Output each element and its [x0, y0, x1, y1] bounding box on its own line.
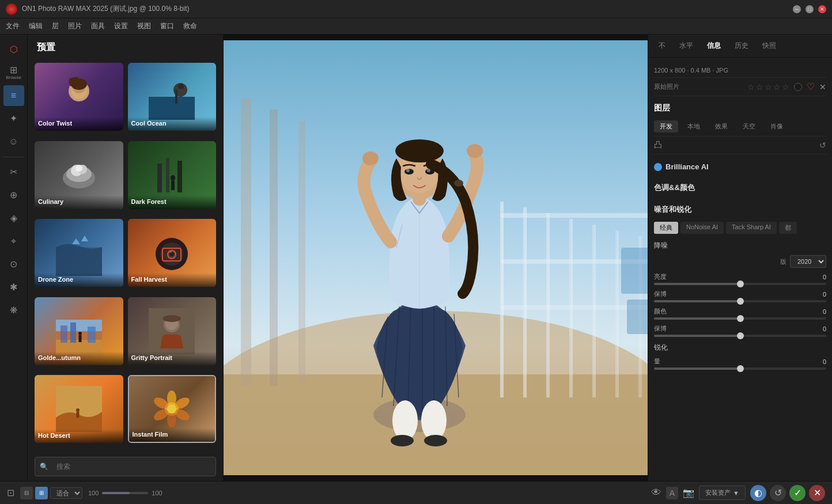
subtab-sky[interactable]: 天空 — [737, 120, 761, 132]
reset-icon[interactable]: ↺ — [819, 141, 826, 150]
brilliance-toggle[interactable] — [654, 163, 662, 171]
tab-kuazhao[interactable]: 快照 — [757, 39, 782, 53]
zoom-track[interactable] — [102, 492, 148, 494]
install-assets-button[interactable]: 安装资产 ▼ — [699, 486, 746, 500]
develop-icon: ≡ — [11, 91, 16, 100]
svg-rect-59 — [615, 230, 619, 397]
preset-drone-zone-svg — [56, 230, 102, 276]
noise-tab-tacksharp[interactable]: Tack Sharp AI — [726, 222, 777, 234]
layers-header: 图层 — [654, 96, 826, 117]
preset-golden-autumn-overlay: Golde...utumn — [35, 351, 123, 365]
zoom-slider: 100 100 — [88, 490, 169, 497]
color-label[interactable] — [794, 83, 802, 91]
fit-select[interactable]: 适合 填充 1:1 — [50, 487, 82, 499]
toggle-button[interactable]: ◐ — [750, 485, 766, 501]
eye-icon[interactable]: 👁 — [651, 487, 661, 499]
noise-tab-classic[interactable]: 经典 — [654, 222, 678, 234]
preset-color-twist-overlay: Color Twist — [35, 117, 123, 131]
menu-file[interactable]: 文件 — [6, 21, 20, 31]
logo-icon: ⬡ — [10, 45, 18, 54]
cancel-button[interactable]: ✕ — [809, 485, 825, 501]
denoise-label: 降噪 — [654, 237, 826, 253]
fullscreen-icon[interactable]: ⊡ — [7, 487, 14, 498]
iconbar-add[interactable]: ⊕ — [3, 185, 24, 206]
svg-rect-35 — [78, 335, 81, 342]
menu-settings[interactable]: 设置 — [114, 21, 128, 31]
iconbar-retouch[interactable]: ◈ — [3, 208, 24, 229]
confirm-button[interactable]: ✓ — [789, 485, 805, 501]
heart-button[interactable]: ♡ — [807, 81, 815, 92]
preset-cool-ocean[interactable]: Cool Ocean — [128, 63, 217, 131]
iconbar-effects[interactable]: ✦ — [3, 108, 24, 129]
menu-window[interactable]: 窗口 — [160, 21, 174, 31]
slider-preserve1-track[interactable] — [654, 300, 826, 302]
slider-color-track[interactable] — [654, 317, 826, 320]
iconbar-develop[interactable]: ≡ — [3, 85, 24, 106]
brilliance-title: Brilliance AI — [654, 162, 709, 171]
subtab-develop[interactable]: 开发 — [654, 120, 678, 132]
right-content: 1200 x 800 · 0.4 MB · JPG 原始照片 ☆ ☆ ☆ ☆ ☆… — [648, 58, 832, 481]
star-5[interactable]: ☆ — [782, 82, 789, 92]
iconbar-portrait[interactable]: ☺ — [3, 131, 24, 152]
preset-golden-autumn[interactable]: Golde...utumn — [35, 297, 123, 365]
preset-culinary[interactable]: Culinary — [35, 141, 123, 209]
subtab-portrait[interactable]: 肖像 — [765, 120, 789, 132]
preset-hot-desert[interactable]: Hot Desert — [35, 375, 123, 443]
iconbar-zoom[interactable]: ⊙ — [3, 254, 24, 275]
minimize-button[interactable]: ─ — [793, 5, 801, 13]
svg-rect-67 — [270, 109, 278, 386]
right-tabs: 不 水平 信息 历史 快照 — [648, 35, 832, 58]
noise-tab-nonoise[interactable]: NoNoise AI — [680, 222, 724, 234]
iconbar-stamp[interactable]: ✱ — [3, 277, 24, 298]
star-1[interactable]: ☆ — [747, 82, 755, 92]
slider-amount-track[interactable] — [654, 367, 826, 370]
grid-btn-grid[interactable]: ⊞ — [35, 487, 48, 499]
slider-color-value: 0 — [823, 308, 826, 315]
iconbar-extra[interactable]: ❋ — [3, 300, 24, 321]
tab-shuiping[interactable]: 水平 — [674, 39, 699, 53]
preset-drone-zone[interactable]: Drone Zone — [35, 219, 123, 287]
star-4[interactable]: ☆ — [773, 82, 781, 92]
svg-point-78 — [421, 400, 447, 441]
star-3[interactable]: ☆ — [765, 82, 772, 92]
camera-icon[interactable]: 📷 — [683, 487, 694, 498]
maximize-button[interactable]: □ — [805, 5, 814, 13]
version-select[interactable]: 2020 2019 — [790, 255, 826, 268]
close-button[interactable]: ✕ — [818, 5, 826, 13]
undo-button[interactable]: ↺ — [770, 485, 786, 501]
menu-mask[interactable]: 面具 — [91, 21, 105, 31]
iconbar-heal[interactable]: ⌖ — [3, 231, 24, 252]
subtab-local[interactable]: 本地 — [682, 120, 706, 132]
menu-help[interactable]: 救命 — [183, 21, 197, 31]
subtab-effects[interactable]: 效果 — [709, 120, 733, 132]
menu-photo[interactable]: 照片 — [68, 21, 82, 31]
preset-color-twist-label: Color Twist — [38, 120, 72, 127]
preset-color-twist[interactable]: Color Twist — [35, 63, 123, 131]
iconbar-crop[interactable]: ✂ — [3, 162, 24, 183]
preset-instant-film-overlay: Instant Film — [129, 428, 215, 442]
preset-dark-forest[interactable]: Dark Forest — [128, 141, 217, 209]
slider-preserve2-track[interactable] — [654, 335, 826, 337]
tab-xinxi[interactable]: 信息 — [701, 39, 727, 53]
slider-brightness-track[interactable] — [654, 283, 826, 285]
browse-icon: ⊞ — [10, 66, 17, 75]
menu-edit[interactable]: 编辑 — [29, 21, 43, 31]
delete-button[interactable]: ✕ — [819, 82, 826, 92]
preset-gritty-portrait[interactable]: Gritty Portrait — [128, 297, 217, 365]
preset-fall-harvest[interactable]: Fall Harvest — [128, 219, 217, 287]
iconbar-browse[interactable]: ⊞ Browse — [3, 62, 24, 83]
search-input[interactable] — [51, 460, 211, 473]
grid-btn-list[interactable]: ⊟ — [20, 487, 33, 499]
noise-tab-all[interactable]: 都 — [779, 222, 797, 234]
develop-subtabs: 开发 本地 效果 天空 肖像 — [654, 117, 826, 137]
star-2[interactable]: ☆ — [756, 82, 763, 92]
svg-rect-32 — [70, 323, 76, 343]
svg-marker-20 — [81, 236, 88, 241]
a-icon[interactable]: A — [666, 487, 678, 499]
iconbar-logo[interactable]: ⬡ — [3, 39, 24, 60]
menu-layer[interactable]: 层 — [52, 21, 59, 31]
menu-view[interactable]: 视图 — [137, 21, 151, 31]
preset-instant-film[interactable]: Instant Film — [128, 375, 217, 443]
tab-lishi[interactable]: 历史 — [729, 39, 754, 53]
tab-bu[interactable]: 不 — [653, 39, 671, 53]
